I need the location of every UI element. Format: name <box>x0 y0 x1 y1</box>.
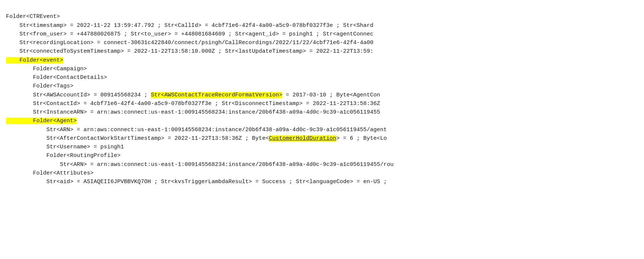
code-line: Folder<Tags> <box>6 82 638 90</box>
code-line: Folder<ContactDetails> <box>6 73 638 82</box>
code-line: Folder<Campaign> <box>6 65 638 73</box>
code-line: Str<ContactId> = 4cbf71e6-42f4-4a00-a5c9… <box>6 99 638 108</box>
code-line: Str<ARN> = arn:aws:connect:us-east-1:009… <box>6 160 638 169</box>
code-viewer: Folder<CTREvent> Str<timestamp> = 2022-1… <box>6 4 638 186</box>
highlighted-text: CustomerHoldDuration <box>269 135 336 142</box>
code-line: Str<ARN> = arn:aws:connect:us-east-1:009… <box>6 126 638 134</box>
plain-text: > = 6 ; Byte<Lo <box>336 135 387 142</box>
highlighted-text: Folder<Agent> <box>6 118 77 124</box>
plain-text: Str<AWSAccountId> = 009145568234 ; <box>33 92 151 98</box>
code-line: Str<from_user> = +447880026875 ; Str<to_… <box>6 30 638 38</box>
highlighted-text: Str<AWSContactTraceRecordFormatVersion> <box>151 92 282 98</box>
code-line: Folder<RoutingProfile> <box>6 151 638 160</box>
code-line: Str<recordingLocation> = connect-30631c4… <box>6 38 638 47</box>
code-line: Str<Username> = psingh1 <box>6 143 638 151</box>
code-line: Folder<CTREvent> <box>6 12 638 21</box>
code-line: Str<InstanceARN> = arn:aws:connect:us-ea… <box>6 108 638 117</box>
code-line: Folder<Attributes> <box>6 169 638 178</box>
highlighted-text: Folder<event> <box>6 57 63 64</box>
code-line: Folder<Agent> <box>6 117 638 125</box>
code-line: Folder<event> <box>6 56 638 65</box>
code-line: Str<AWSAccountId> = 009145568234 ; Str<A… <box>6 91 638 99</box>
plain-text: = 2017-03-10 ; Byte<AgentCon <box>282 92 380 98</box>
plain-text: Str<AfterContactWorkStartTimestamp> = 20… <box>46 135 269 142</box>
code-line: Str<AfterContactWorkStartTimestamp> = 20… <box>6 134 638 143</box>
code-line: Str<timestamp> = 2022-11-22 13:59:47.792… <box>6 21 638 30</box>
code-line: Str<connectedToSystemTimestamp> = 2022-1… <box>6 47 638 56</box>
code-line: Str<aid> = ASIAQEII6JPVBBVKQ7OH ; Str<kv… <box>6 178 638 186</box>
